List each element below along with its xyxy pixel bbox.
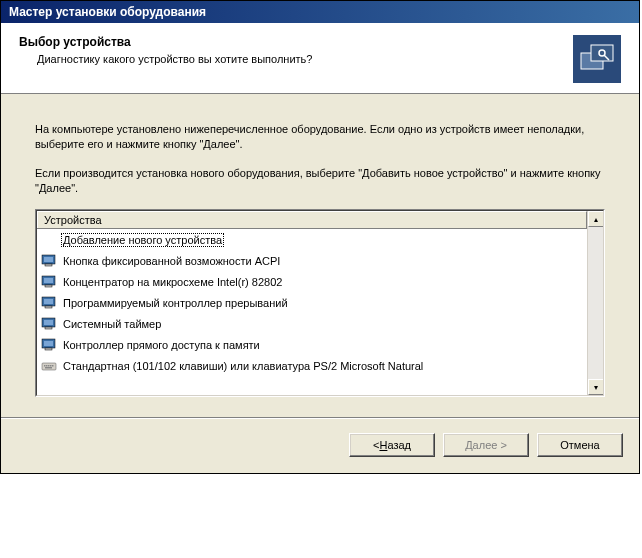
svg-rect-14	[44, 320, 53, 325]
button-bar: < Назад Далее > Отмена	[1, 419, 639, 473]
header-text: Выбор устройства Диагностику какого устр…	[19, 35, 563, 65]
list-body: Добавление нового устройстваКнопка фикси…	[37, 229, 587, 395]
svg-rect-5	[44, 257, 53, 262]
svg-rect-18	[45, 348, 52, 350]
none-icon	[41, 232, 57, 248]
monitor-icon	[41, 316, 57, 332]
keyboard-icon	[41, 358, 57, 374]
svg-rect-11	[44, 299, 53, 304]
svg-rect-24	[52, 365, 54, 367]
svg-rect-12	[45, 306, 52, 308]
monitor-icon	[41, 295, 57, 311]
title-bar[interactable]: Мастер установки оборудования	[1, 1, 639, 23]
device-list-container: Устройства Добавление нового устройстваК…	[35, 209, 605, 397]
list-item[interactable]: Контроллер прямого доступа к памяти	[37, 334, 587, 355]
list-item[interactable]: Добавление нового устройства	[37, 229, 587, 250]
list-item-label: Кнопка фиксированной возможности ACPI	[61, 254, 282, 268]
hardware-icon	[573, 35, 621, 83]
monitor-icon	[41, 253, 57, 269]
cancel-button[interactable]: Отмена	[537, 433, 623, 457]
instruction-2: Если производится установка нового обору…	[35, 166, 605, 196]
header-title: Выбор устройства	[19, 35, 563, 49]
content-area: На компьютере установлено нижеперечислен…	[1, 94, 639, 417]
svg-rect-20	[44, 365, 46, 367]
list-item[interactable]: Концентратор на микросхеме Intel(r) 8280…	[37, 271, 587, 292]
scroll-track[interactable]	[588, 227, 603, 379]
back-button[interactable]: < Назад	[349, 433, 435, 457]
list-item[interactable]: Программируемый контроллер прерываний	[37, 292, 587, 313]
next-button[interactable]: Далее >	[443, 433, 529, 457]
vertical-scrollbar[interactable]: ▴ ▾	[587, 211, 603, 395]
svg-rect-15	[45, 327, 52, 329]
column-devices[interactable]: Устройства	[37, 211, 587, 228]
instruction-1: На компьютере установлено нижеперечислен…	[35, 122, 605, 152]
list-header[interactable]: Устройства	[37, 211, 587, 229]
list-item-label: Контроллер прямого доступа к памяти	[61, 338, 262, 352]
svg-rect-25	[45, 367, 52, 369]
list-item-label: Добавление нового устройства	[61, 233, 224, 247]
header-subtitle: Диагностику какого устройство вы хотите …	[37, 53, 563, 65]
svg-rect-22	[48, 365, 50, 367]
wizard-header: Выбор устройства Диагностику какого устр…	[1, 23, 639, 94]
list-item[interactable]: Стандартная (101/102 клавиши) или клавиа…	[37, 355, 587, 376]
list-item-label: Концентратор на микросхеме Intel(r) 8280…	[61, 275, 284, 289]
list-item-label: Стандартная (101/102 клавиши) или клавиа…	[61, 359, 425, 373]
window-title: Мастер установки оборудования	[9, 5, 206, 19]
svg-rect-9	[45, 285, 52, 287]
monitor-icon	[41, 337, 57, 353]
svg-rect-8	[44, 278, 53, 283]
monitor-icon	[41, 274, 57, 290]
svg-rect-21	[46, 365, 48, 367]
list-item[interactable]: Кнопка фиксированной возможности ACPI	[37, 250, 587, 271]
list-item[interactable]: Системный таймер	[37, 313, 587, 334]
list-item-label: Программируемый контроллер прерываний	[61, 296, 290, 310]
svg-rect-6	[45, 264, 52, 266]
svg-rect-17	[44, 341, 53, 346]
dialog-window: Мастер установки оборудования Выбор устр…	[0, 0, 640, 474]
scroll-up-button[interactable]: ▴	[588, 211, 604, 227]
svg-rect-1	[591, 45, 613, 61]
svg-rect-23	[50, 365, 52, 367]
scroll-down-button[interactable]: ▾	[588, 379, 604, 395]
list-item-label: Системный таймер	[61, 317, 163, 331]
